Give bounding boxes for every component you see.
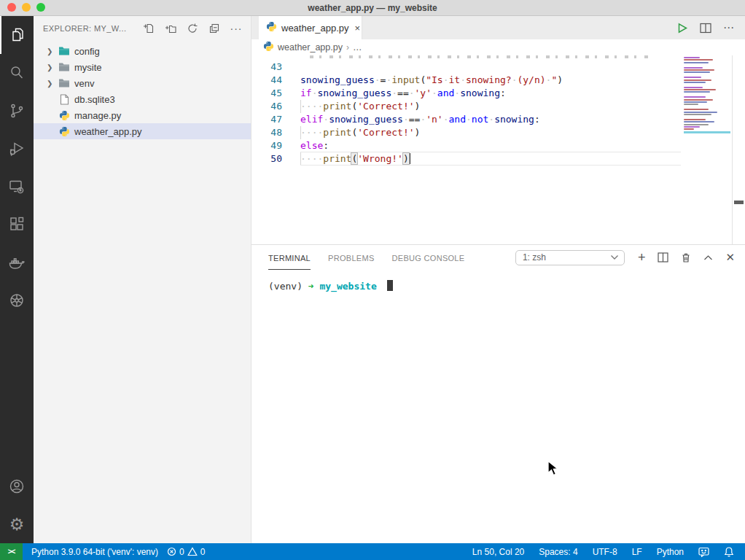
file-label: mysite: [74, 62, 102, 73]
file-label: db.sqlite3: [74, 94, 115, 105]
chevron-right-icon[interactable]: ❯: [47, 63, 58, 71]
explorer-icon[interactable]: [0, 16, 34, 54]
language-mode-status[interactable]: Python: [652, 543, 689, 560]
python-interpreter-status[interactable]: Python 3.9.0 64-bit ('venv': venv): [27, 543, 163, 560]
breadcrumb: weather_app.py › …: [251, 39, 745, 55]
tab-close-icon[interactable]: ×: [354, 23, 362, 34]
split-terminal-icon[interactable]: [658, 252, 668, 262]
close-window-button[interactable]: [7, 3, 16, 12]
chevron-right-icon[interactable]: ❯: [47, 47, 58, 55]
editor-group: weather_app.py × ⋯ weather_app.py ›: [251, 16, 745, 543]
explorer-more-actions-icon[interactable]: ···: [229, 21, 243, 36]
docker-icon[interactable]: [0, 244, 34, 281]
account-icon[interactable]: [0, 467, 34, 505]
text-cursor: [410, 153, 411, 164]
terminal-shell-select[interactable]: 1: zsh: [515, 250, 625, 265]
maximize-panel-icon[interactable]: [703, 254, 713, 261]
code-text: [300, 61, 681, 74]
python-file-icon: [263, 41, 274, 54]
file-label: venv: [74, 78, 94, 89]
code-text: ····print('Correct!'): [300, 126, 681, 139]
line-number: 43: [251, 61, 300, 74]
code-line-46[interactable]: 46····print('Correct!'): [251, 100, 745, 113]
overview-ruler-cursor-marker: [734, 201, 744, 204]
new-file-icon[interactable]: [141, 21, 156, 36]
file-tree-item-weather_app.py[interactable]: weather_app.py: [34, 123, 251, 139]
code-line-49[interactable]: 49else:: [251, 139, 745, 152]
warning-count: 0: [200, 547, 206, 557]
new-folder-icon[interactable]: [163, 21, 178, 36]
search-icon[interactable]: [0, 54, 34, 92]
window-controls: [7, 3, 45, 12]
remote-explorer-icon[interactable]: [0, 168, 34, 206]
minimize-window-button[interactable]: [22, 3, 31, 12]
breadcrumb-file[interactable]: weather_app.py: [278, 42, 343, 52]
file-tree-item-config[interactable]: ❯config: [34, 43, 251, 59]
editor-more-actions-icon[interactable]: ⋯: [723, 21, 735, 34]
kill-terminal-icon[interactable]: [681, 252, 691, 263]
line-number: 46: [251, 100, 300, 113]
notifications-bell-icon[interactable]: [719, 543, 739, 560]
collapse-folders-icon[interactable]: [207, 21, 222, 36]
line-number: 49: [251, 139, 300, 152]
chevron-down-icon: [610, 254, 619, 260]
file-tree-item-venv[interactable]: ❯venv: [34, 75, 251, 91]
error-count: 0: [179, 547, 184, 557]
status-bar: >< Python 3.9.0 64-bit ('venv': venv) 0 …: [0, 543, 745, 560]
breadcrumb-symbol[interactable]: …: [353, 42, 362, 52]
code-text: else:: [300, 139, 681, 152]
code-line-44[interactable]: 44snowing_guess·=·input("Is·it·snowing?·…: [251, 74, 745, 87]
kubernetes-icon[interactable]: [0, 281, 34, 319]
encoding-status[interactable]: UTF-8: [588, 543, 623, 560]
panel-tab-debug-console[interactable]: DEBUG CONSOLE: [392, 245, 465, 270]
run-debug-icon[interactable]: [0, 130, 34, 168]
file-tree-item-manage.py[interactable]: manage.py: [34, 107, 251, 123]
explorer-title: EXPLORER: MY_W...: [43, 24, 126, 33]
code-line-50[interactable]: 50····print('Wrong!'): [251, 152, 745, 166]
folder-icon: [58, 61, 70, 73]
indentation-status[interactable]: Spaces: 4: [534, 543, 582, 560]
file-label: weather_app.py: [74, 126, 142, 137]
panel-header: TERMINALPROBLEMSDEBUG CONSOLE 1: zsh +: [251, 245, 745, 270]
code-line-45[interactable]: 45if·snowing_guess·==·'y'·and·snowing:: [251, 87, 745, 100]
source-control-icon[interactable]: [0, 92, 34, 130]
feedback-icon[interactable]: [693, 543, 714, 560]
close-panel-icon[interactable]: ✕: [725, 251, 735, 264]
python-file-icon: [266, 21, 277, 35]
eol-status[interactable]: LF: [627, 543, 647, 560]
file-label: config: [74, 46, 100, 57]
cursor-position-status[interactable]: Ln 50, Col 20: [467, 543, 529, 560]
tab-bar: weather_app.py × ⋯: [251, 16, 745, 39]
code-editor[interactable]: 4344snowing_guess·=·input("Is·it·snowing…: [251, 55, 745, 244]
run-python-file-icon[interactable]: [677, 23, 688, 34]
new-terminal-icon[interactable]: +: [638, 251, 646, 264]
remote-indicator[interactable]: ><: [0, 543, 23, 560]
code-line-48[interactable]: 48····print('Correct!'): [251, 126, 745, 139]
panel-tabs: TERMINALPROBLEMSDEBUG CONSOLE: [268, 245, 464, 270]
explorer-sidebar: EXPLORER: MY_W... ···: [34, 16, 251, 543]
settings-gear-icon[interactable]: ⚙: [0, 505, 34, 543]
refresh-explorer-icon[interactable]: [185, 21, 200, 36]
tab-weather-app[interactable]: weather_app.py ×: [259, 16, 362, 39]
code-lines: 4344snowing_guess·=·input("Is·it·snowing…: [251, 61, 745, 166]
terminal-cwd: my_website: [319, 281, 376, 292]
code-line-43[interactable]: 43: [251, 61, 745, 74]
panel-tab-terminal[interactable]: TERMINAL: [268, 245, 311, 270]
extensions-icon[interactable]: [0, 206, 34, 244]
code-line-47[interactable]: 47elif·snowing_guess·==·'n'·and·not·snow…: [251, 113, 745, 126]
file-tree-item-db.sqlite3[interactable]: db.sqlite3: [34, 91, 251, 107]
problems-status[interactable]: 0 0: [163, 543, 209, 560]
file-label: manage.py: [74, 110, 121, 121]
chevron-right-icon[interactable]: ❯: [47, 79, 58, 88]
shell-select-value: 1: zsh: [523, 252, 546, 262]
code-text: ····print('Wrong!'): [300, 152, 681, 166]
minimap[interactable]: [682, 55, 733, 244]
split-editor-icon[interactable]: [700, 23, 711, 34]
code-text: ····print('Correct!'): [300, 100, 681, 113]
maximize-window-button[interactable]: [36, 3, 45, 12]
line-number: 45: [251, 87, 300, 100]
panel-tab-problems[interactable]: PROBLEMS: [328, 245, 375, 270]
file-tree-item-mysite[interactable]: ❯mysite: [34, 59, 251, 75]
terminal[interactable]: (venv) ➜ my_website: [251, 270, 745, 543]
error-icon: [167, 547, 176, 556]
